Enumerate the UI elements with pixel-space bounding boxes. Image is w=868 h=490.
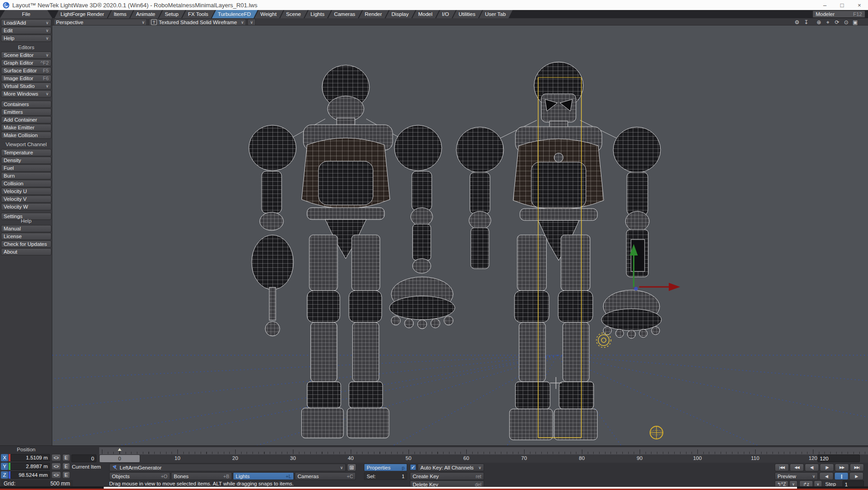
nudge-y-button[interactable]: <> <box>51 463 61 470</box>
tab-render[interactable]: Render <box>359 10 389 18</box>
sidebar-item-help[interactable]: Help∨ <box>1 35 51 42</box>
sidebar-item-virtual-studio[interactable]: Virtual Studio∨ <box>1 82 51 90</box>
sidebar-item-temperature[interactable]: Temperature <box>1 149 51 156</box>
next-frame-button[interactable]: ||▶ <box>820 464 834 471</box>
go-to-start-button[interactable]: |◀◀ <box>775 464 789 471</box>
tab-model[interactable]: Model <box>412 10 439 18</box>
sidebar-item-collision[interactable]: Collision <box>1 180 51 187</box>
sidebar-item-check-for-updates[interactable]: Check for Updates <box>1 240 51 248</box>
shade-mode-dropdown[interactable]: T Textured Shaded Solid Wireframe ∨ <box>149 19 246 26</box>
bones-button[interactable]: Bones+B <box>171 472 232 480</box>
envelope-y-button[interactable]: E <box>62 463 70 470</box>
sidebar-item-license[interactable]: License <box>1 233 51 240</box>
viewport-extra-dropdown[interactable]: ∨ <box>247 19 256 26</box>
tab-cameras[interactable]: Cameras <box>328 10 362 18</box>
sidebar-item-edit[interactable]: Edit∨ <box>1 27 51 34</box>
sidebar-item-burn[interactable]: Burn <box>1 172 51 179</box>
envelope-z-button[interactable]: E <box>62 471 70 479</box>
sidebar-item-velocity-u[interactable]: Velocity U <box>1 188 51 195</box>
tab-animate[interactable]: Animate <box>130 10 162 18</box>
item-list-button[interactable]: ⊞ <box>347 464 356 471</box>
view-mode-value: Perspective <box>56 20 83 25</box>
sidebar-item-about[interactable]: About <box>1 248 51 255</box>
export-icon[interactable]: ↧ <box>802 19 811 26</box>
texture-mode-icon: T <box>151 19 157 25</box>
sidebar-item-density[interactable]: Density <box>1 157 51 164</box>
end-frame-field[interactable]: 120 <box>818 454 860 462</box>
sidebar-item-velocity-w[interactable]: Velocity W <box>1 203 51 210</box>
play-reverse-button[interactable]: ◀ <box>819 472 833 480</box>
go-to-end-button[interactable]: ▶▶| <box>850 464 864 471</box>
sidebar-item-scene-editor[interactable]: Scene Editor∨ <box>1 51 51 59</box>
current-frame-field[interactable]: 0 <box>71 454 96 462</box>
play-forward-button[interactable]: ▶ <box>849 472 863 480</box>
sidebar-item-manual[interactable]: Manual <box>1 225 51 232</box>
next-key-button[interactable]: ▶▶ <box>835 464 849 471</box>
close-button[interactable]: × <box>851 0 868 10</box>
sidebar-item-fuel[interactable]: Fuel <box>1 164 51 172</box>
sidebar-item-emitters[interactable]: Emitters <box>1 108 51 116</box>
timeline-slider-handle[interactable]: 0 <box>99 454 140 463</box>
axis-y-label[interactable]: Y <box>1 463 8 470</box>
maximize-viewport-icon[interactable]: ▣ <box>851 19 860 26</box>
tab-lightforge-render[interactable]: LightForge Render <box>55 10 111 18</box>
position-z-field[interactable]: 98.5244 mm <box>10 471 50 479</box>
tab-items[interactable]: Items <box>108 10 133 18</box>
previous-frame-button[interactable]: ◀|| <box>805 464 819 471</box>
minimize-button[interactable]: – <box>816 0 833 10</box>
sidebar-item-velocity-v[interactable]: Velocity V <box>1 195 51 203</box>
orbit-icon[interactable]: ⊕ <box>814 19 823 26</box>
sidebar-item-make-collision[interactable]: Make Collision <box>1 132 51 139</box>
sidebar-item-surface-editor[interactable]: Surface EditorF5 <box>1 67 51 74</box>
tab-utilities[interactable]: Utilities <box>453 10 482 18</box>
tab-scene[interactable]: Scene <box>280 10 308 18</box>
cameras-button[interactable]: Cameras+C <box>295 472 356 480</box>
tab-fx-tools[interactable]: FX Tools <box>182 10 215 18</box>
position-x-field[interactable]: 1.5109 m <box>10 454 50 461</box>
point-light-icon[interactable] <box>650 426 663 439</box>
nudge-z-button[interactable]: <> <box>51 471 61 479</box>
modeler-button[interactable]: Modeler F12 <box>812 10 865 18</box>
lights-button[interactable]: Lights+L <box>233 472 294 480</box>
axis-z-label[interactable]: Z <box>1 471 8 479</box>
tab-lights[interactable]: Lights <box>304 10 331 18</box>
menu-tab-bar: File LightForge Render Items Animate Set… <box>0 10 868 18</box>
file-tab[interactable]: File <box>0 10 52 18</box>
sidebar-item-load-add[interactable]: Load/Add∨ <box>1 19 51 26</box>
previous-key-button[interactable]: ◀◀ <box>790 464 804 471</box>
perspective-viewport[interactable] <box>52 26 868 445</box>
sidebar-item-make-emitter[interactable]: Make Emitter <box>1 124 51 131</box>
preview-dropdown[interactable]: Preview ∨ <box>775 472 818 480</box>
objects-button[interactable]: Objects+O <box>109 472 170 480</box>
tab-turbulencefd[interactable]: TurbulenceFD <box>212 10 257 18</box>
rotate-icon[interactable]: ⟳ <box>833 19 842 26</box>
pause-button[interactable]: || <box>834 472 848 480</box>
sidebar-item-more-windows[interactable]: More Windows∨ <box>1 90 51 97</box>
maximize-button[interactable]: □ <box>833 0 851 10</box>
properties-button[interactable]: Propertiesp <box>364 464 407 471</box>
tab-display[interactable]: Display <box>386 10 416 18</box>
sidebar-item-image-editor[interactable]: Image EditorF6 <box>1 75 51 82</box>
nudge-x-button[interactable]: <> <box>51 454 61 461</box>
sidebar-item-add-container[interactable]: Add Container <box>1 116 51 123</box>
gear-icon[interactable]: ⚙ <box>792 19 802 26</box>
envelope-x-button[interactable]: E <box>62 454 70 461</box>
tick-label: 110 <box>751 455 759 461</box>
zoom-icon[interactable]: ⊙ <box>842 19 851 26</box>
tab-io[interactable]: I/O <box>436 10 456 18</box>
sidebar-item-containers[interactable]: Containers <box>1 101 51 108</box>
view-mode-dropdown[interactable]: Perspective ∨ <box>54 19 147 26</box>
pan-icon[interactable]: ⌖ <box>823 19 833 26</box>
current-item-dropdown[interactable]: LeftArmGenerator ∨ <box>109 464 346 471</box>
axis-x-label[interactable]: X <box>1 454 8 461</box>
sidebar-item-graph-editor[interactable]: Graph Editor^F2 <box>1 59 51 66</box>
position-y-field[interactable]: 2.8987 m <box>10 463 50 470</box>
timeline-tick-strip[interactable] <box>99 447 868 454</box>
tab-user-tab[interactable]: User Tab <box>479 10 513 18</box>
auto-key-checkbox[interactable]: ✓ <box>410 464 416 470</box>
light-icon <box>112 465 117 470</box>
auto-key-dropdown[interactable]: Auto Key: All Channels ∨ <box>418 464 484 471</box>
tab-weight[interactable]: Weight <box>254 10 283 18</box>
tab-setup[interactable]: Setup <box>159 10 185 18</box>
create-key-button[interactable]: Create Keyret <box>410 472 484 480</box>
